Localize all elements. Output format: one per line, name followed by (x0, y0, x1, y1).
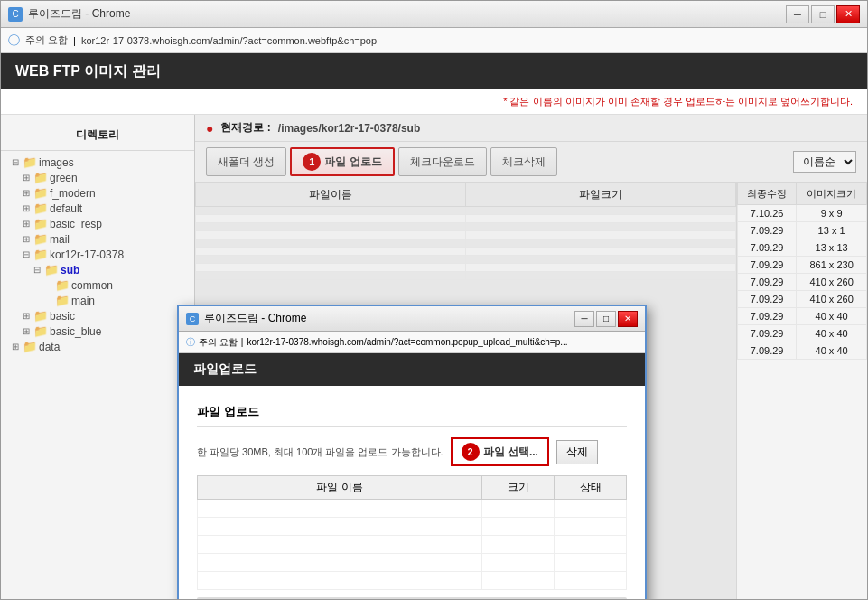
file-list-row (198, 536, 627, 554)
tree-item-green[interactable]: ⊞ 📁 green (1, 170, 194, 185)
tree-label: main (71, 295, 95, 307)
tree-item-kor12r[interactable]: ⊟ 📁 kor12r-17-0378 (1, 247, 194, 262)
right-panel-row: 7.09.29 410 x 260 (738, 274, 867, 291)
path-label: 현재경로 : (220, 120, 270, 136)
sort-select[interactable]: 이름순 날짜순 크기순 (793, 151, 856, 173)
tree-label: data (39, 341, 60, 353)
right-panel-row: 7.09.29 40 x 40 (738, 325, 867, 342)
popup-header-title: 파일업로드 (193, 361, 257, 378)
popup-address-label: 주의 요함 (199, 336, 238, 349)
col-file-name: 파일 이름 (198, 476, 482, 500)
tree-item-basic-resp[interactable]: ⊞ 📁 basic_resp (1, 216, 194, 231)
delete-button[interactable]: 삭제 (556, 440, 598, 464)
warning-text: * 같은 이름의 이미지가 이미 존재할 경우 업로드하는 이미지로 덮어쓰기합… (503, 96, 853, 107)
popup-info-icon: ⓘ (186, 336, 195, 349)
main-window: C 루이즈드림 - Chrome ─ □ ✕ ⓘ 주의 요함 | kor12r-… (0, 0, 868, 600)
col-filename: 파일이름 (196, 183, 466, 207)
tree-item-main[interactable]: 📁 main (1, 293, 194, 308)
folder-icon: 📁 (33, 248, 48, 261)
upload-section-title: 파일 업로드 (197, 404, 627, 427)
file-select-button[interactable]: 2파일 선택... (451, 437, 549, 466)
tree-item-data[interactable]: ⊞ 📁 data (1, 339, 194, 354)
col-file-status: 상태 (555, 476, 627, 500)
right-panel-row: 7.09.29 40 x 40 (738, 342, 867, 360)
title-bar: C 루이즈드림 - Chrome ─ □ ✕ (1, 1, 867, 28)
file-list-row (198, 554, 627, 572)
tree-item-sub[interactable]: ⊟ 📁 sub (1, 262, 194, 277)
title-bar-left: C 루이즈드림 - Chrome (8, 6, 130, 22)
tree-item-basic[interactable]: ⊞ 📁 basic (1, 308, 194, 323)
popup-address-url: kor12r-17-0378.whoisgh.com/admin/?act=co… (247, 337, 567, 347)
expand-icon: ⊞ (23, 311, 32, 321)
file-list-row (198, 572, 627, 590)
tree-label: kor12r-17-0378 (50, 248, 124, 261)
minimize-button[interactable]: ─ (786, 5, 809, 23)
right-panel-row: 7.09.29 410 x 260 (738, 291, 867, 308)
popup-minimize-button[interactable]: ─ (574, 311, 594, 327)
address-bar: ⓘ 주의 요함 | kor12r-17-0378.whoisgh.com/adm… (1, 28, 867, 53)
expand-icon: ⊞ (23, 326, 32, 336)
tree-label: images (39, 156, 74, 169)
progress-bar-container (197, 597, 627, 599)
right-panel: 최종수정 이미지크기 7.10.26 9 x 9 7.09.29 1 (736, 183, 867, 599)
popup-app-header: 파일업로드 (179, 353, 645, 386)
check-delete-button[interactable]: 체크삭제 (490, 147, 557, 176)
app-title: WEB FTP 이미지 관리 (15, 62, 161, 81)
sidebar: 디렉토리 ⊟ 📁 images ⊞ 📁 green ⊞ 📁 f_modern ⊞… (1, 115, 195, 599)
chrome-icon: C (8, 7, 23, 22)
path-value: /images/kor12r-17-0378/sub (278, 122, 420, 135)
tree-item-basic-blue[interactable]: ⊞ 📁 basic_blue (1, 323, 194, 339)
table-row (196, 207, 736, 215)
popup-title-controls: ─ □ ✕ (574, 311, 638, 327)
right-panel-table: 최종수정 이미지크기 7.10.26 9 x 9 7.09.29 1 (737, 183, 867, 360)
expand-icon: ⊟ (33, 265, 42, 275)
popup-window: C 루이즈드림 - Chrome ─ □ ✕ ⓘ 주의 요함 | kor12r-… (177, 305, 647, 599)
sidebar-header: 디렉토리 (1, 122, 194, 151)
table-row (196, 231, 736, 239)
tree-label: basic_blue (50, 325, 101, 338)
toolbar-left: 새폴더 생성 1파일 업로드 체크다운로드 체크삭제 (206, 147, 557, 176)
file-list-row (198, 500, 627, 518)
tree-item-mail[interactable]: ⊞ 📁 mail (1, 231, 194, 247)
tree-label: mail (50, 233, 70, 246)
right-panel-row: 7.09.29 13 x 1 (738, 222, 867, 239)
tree-item-common[interactable]: 📁 common (1, 277, 194, 293)
title-bar-controls: ─ □ ✕ (786, 5, 860, 23)
right-panel-row: 7.09.29 13 x 13 (738, 239, 867, 257)
tree-item-images[interactable]: ⊟ 📁 images (1, 155, 194, 170)
folder-icon: 📁 (33, 232, 48, 246)
folder-icon: 📁 (33, 171, 48, 184)
expand-icon: ⊞ (23, 219, 32, 229)
address-text: 주의 요함 (25, 33, 68, 47)
file-list-row (198, 518, 627, 536)
new-folder-button[interactable]: 새폴더 생성 (206, 147, 286, 176)
tree-label: basic_resp (50, 218, 102, 230)
address-url: kor12r-17-0378.whoisgh.com/admin/?act=co… (81, 35, 377, 46)
table-row (196, 256, 736, 264)
file-list-table: 파일 이름 크기 상태 (197, 475, 627, 590)
expand-icon: ⊟ (12, 157, 21, 167)
popup-body: 파일 업로드 한 파일당 30MB, 최대 100개 파일을 업로드 가능합니다… (179, 386, 645, 599)
folder-icon: 📁 (33, 309, 48, 323)
path-bar: ● 현재경로 : /images/kor12r-17-0378/sub (195, 115, 867, 142)
folder-icon: 📁 (33, 202, 48, 215)
check-download-button[interactable]: 체크다운로드 (398, 147, 487, 176)
tree-label: basic (50, 310, 75, 323)
tree-label: sub (61, 264, 79, 277)
close-button[interactable]: ✕ (836, 5, 860, 23)
tree-item-fmodern[interactable]: ⊞ 📁 f_modern (1, 185, 194, 201)
expand-icon: ⊞ (23, 173, 32, 183)
expand-icon: ⊞ (23, 203, 32, 213)
folder-icon: 📁 (55, 294, 70, 307)
table-row (196, 239, 736, 248)
popup-maximize-button[interactable]: □ (596, 311, 616, 327)
file-upload-button[interactable]: 1파일 업로드 (290, 147, 394, 176)
popup-close-button[interactable]: ✕ (618, 311, 638, 327)
tree-item-default[interactable]: ⊞ 📁 default (1, 201, 194, 216)
table-row (196, 264, 736, 272)
folder-icon: 📁 (33, 186, 48, 200)
toolbar: 새폴더 생성 1파일 업로드 체크다운로드 체크삭제 이름순 날짜순 크기순 (195, 142, 867, 183)
maximize-button[interactable]: □ (811, 5, 835, 23)
upload-info-text: 한 파일당 30MB, 최대 100개 파일을 업로드 가능합니다. (197, 445, 443, 459)
table-row (196, 215, 736, 223)
